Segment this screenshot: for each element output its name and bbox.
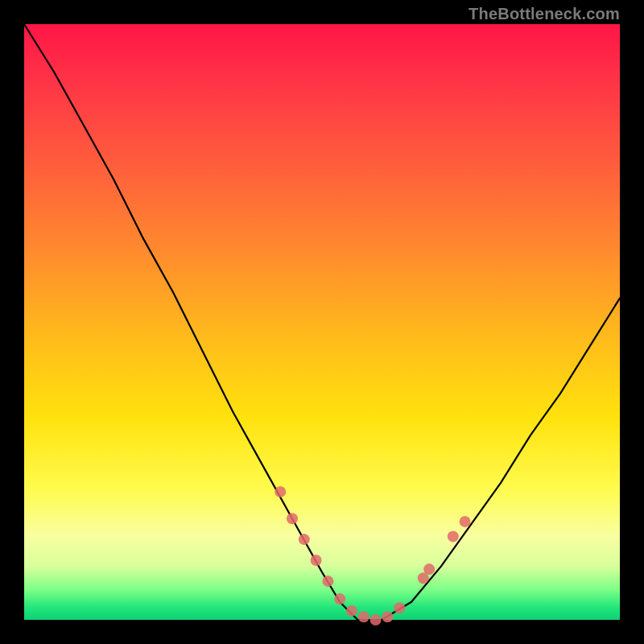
chart-svg xyxy=(24,24,620,620)
marker-dot xyxy=(394,602,405,613)
marker-dot xyxy=(460,516,471,527)
marker-dot xyxy=(370,614,382,625)
marker-group xyxy=(275,486,470,625)
marker-dot xyxy=(299,534,310,545)
watermark-text: TheBottleneck.com xyxy=(469,5,620,23)
marker-dot xyxy=(322,576,333,587)
chart-frame: TheBottleneck.com xyxy=(0,0,644,644)
marker-dot xyxy=(448,530,459,542)
marker-dot xyxy=(334,593,345,605)
marker-dot xyxy=(358,611,369,622)
marker-dot xyxy=(287,513,298,524)
marker-dot xyxy=(346,605,357,617)
marker-dot xyxy=(275,486,286,497)
curve-path xyxy=(24,24,620,620)
marker-dot xyxy=(311,555,322,566)
marker-dot xyxy=(423,564,435,575)
marker-dot xyxy=(382,611,393,622)
